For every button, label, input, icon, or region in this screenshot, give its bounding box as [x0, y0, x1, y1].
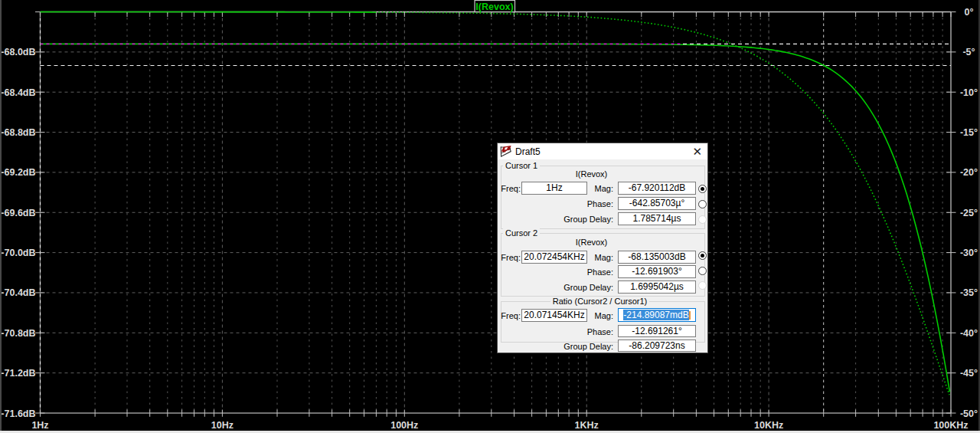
svg-text:100KHz: 100KHz [933, 420, 968, 431]
svg-text:-50°: -50° [960, 408, 978, 419]
svg-text:100Hz: 100Hz [390, 420, 418, 431]
svg-text:0°: 0° [965, 7, 974, 18]
svg-text:-69.6dB: -69.6dB [1, 208, 35, 218]
svg-text:-68.4dB: -68.4dB [1, 87, 35, 98]
svg-text:-69.2dB: -69.2dB [1, 167, 35, 178]
svg-text:10Hz: 10Hz [211, 420, 234, 431]
svg-text:1KHz: 1KHz [575, 420, 599, 431]
svg-text:-35°: -35° [960, 287, 978, 298]
svg-text:I(Revox): I(Revox) [475, 2, 513, 12]
svg-text:-5°: -5° [962, 47, 975, 57]
svg-text:-15°: -15° [960, 127, 978, 138]
svg-text:-68.0dB: -68.0dB [1, 47, 35, 57]
svg-text:-70.4dB: -70.4dB [1, 287, 35, 298]
svg-text:-68.8dB: -68.8dB [1, 127, 35, 138]
svg-text:-70.0dB: -70.0dB [1, 248, 35, 258]
svg-text:-71.6dB: -71.6dB [1, 408, 35, 419]
svg-text:-20°: -20° [960, 167, 978, 178]
svg-text:-25°: -25° [960, 208, 978, 218]
svg-text:-70.8dB: -70.8dB [1, 328, 35, 339]
svg-text:1Hz: 1Hz [31, 420, 48, 431]
svg-text:-71.2dB: -71.2dB [1, 368, 35, 379]
svg-text:10KHz: 10KHz [754, 420, 783, 431]
svg-text:-30°: -30° [960, 248, 978, 258]
svg-text:-40°: -40° [960, 328, 978, 339]
svg-text:-45°: -45° [960, 368, 978, 379]
svg-text:-10°: -10° [960, 87, 978, 98]
